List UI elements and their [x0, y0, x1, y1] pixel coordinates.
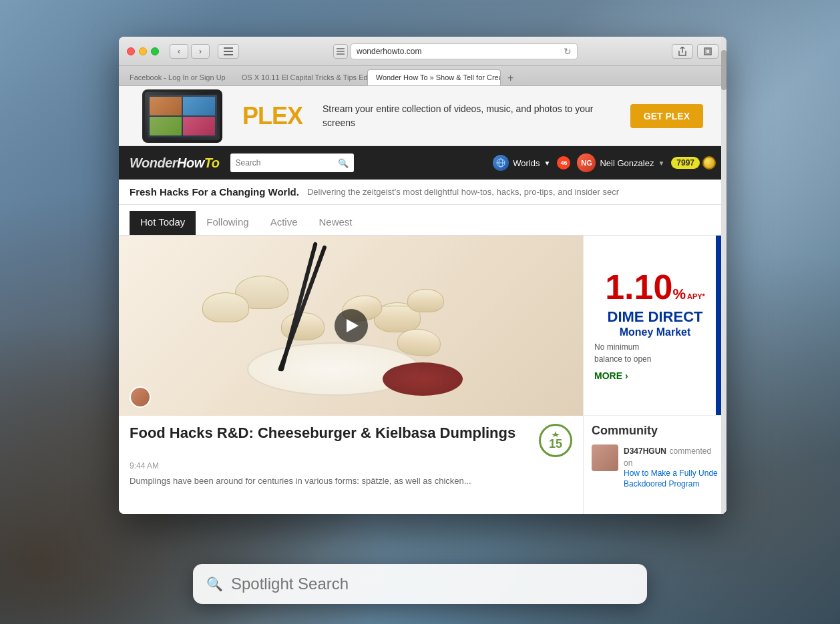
svg-rect-0	[224, 47, 233, 49]
community-username[interactable]: D347HGUN	[624, 446, 666, 456]
site-header: WonderHowTo 🔍 Worlds ▼	[119, 146, 726, 180]
title-bar-actions	[672, 44, 718, 59]
community-text: D347HGUN commented on How to Make a Full…	[624, 444, 718, 489]
content-author-avatar	[130, 386, 151, 408]
tagline-text: Delivering the zeitgeist's most delightf…	[307, 187, 619, 197]
content-left: Food Hacks R&D: Cheeseburger & Kielbasa …	[119, 236, 583, 514]
article-area: Food Hacks R&D: Cheeseburger & Kielbasa …	[119, 416, 583, 496]
scrollbar[interactable]	[721, 236, 726, 514]
svg-rect-4	[337, 51, 345, 52]
site-search[interactable]: 🔍	[230, 153, 354, 172]
spotlight-search-icon: 🔍	[206, 576, 223, 592]
rate-number: 1.10	[605, 270, 672, 304]
rate-percent: %	[672, 287, 686, 302]
reload-icon[interactable]: ↻	[564, 46, 572, 57]
header-right: Worlds ▼ 46 NG Neil Gonzalez ▼ 7997	[493, 153, 716, 172]
rate-display: 1.10 % APY*	[605, 270, 705, 304]
sauce-pool	[383, 362, 463, 396]
nav-buttons: ‹ ›	[170, 44, 210, 59]
spotlight-bar: 🔍	[193, 564, 647, 604]
expand-button[interactable]	[697, 44, 718, 59]
community-item: D347HGUN commented on How to Make a Full…	[592, 444, 718, 489]
community-title: Community	[592, 424, 718, 438]
tabs-bar: Facebook - Log In or Sign Up OS X 10.11 …	[119, 66, 726, 86]
svg-rect-2	[224, 54, 233, 55]
tab-wonderhowto[interactable]: Wonder How To » Show & Tell for Creators…	[367, 69, 501, 85]
get-plex-button[interactable]: GET PLEX	[630, 104, 703, 128]
worlds-chevron-icon: ▼	[544, 160, 551, 167]
maximize-button[interactable]	[151, 47, 159, 55]
spotlight-input[interactable]	[231, 575, 634, 593]
community-post-link[interactable]: How to Make a Fully Unde Backdoored Prog…	[624, 469, 718, 489]
main-content: Food Hacks R&D: Cheeseburger & Kielbasa …	[119, 236, 726, 514]
ad-banner: PLEX Stream your entire collection of vi…	[119, 86, 726, 146]
forward-button[interactable]: ›	[191, 44, 210, 59]
nav-tabs: Hot Today Following Active Newest	[119, 205, 726, 236]
notification-badge: 46	[557, 156, 570, 170]
article-title[interactable]: Food Hacks R&D: Cheeseburger & Kielbasa …	[130, 424, 515, 443]
sidebar-button[interactable]	[218, 44, 239, 59]
dime-more-button[interactable]: MORE ›	[594, 370, 716, 381]
tab-active[interactable]: Active	[260, 211, 308, 235]
ad-plex-logo: PLEX	[242, 102, 302, 130]
svg-rect-7	[706, 49, 710, 53]
url-text: wonderhowto.com	[357, 47, 421, 56]
dime-desc: No minimum balance to open	[594, 341, 716, 365]
tab-facebook[interactable]: Facebook - Log In or Sign Up	[122, 69, 234, 85]
hero-image	[119, 236, 583, 416]
tab-hot-today[interactable]: Hot Today	[130, 211, 196, 235]
ad-inner: PLEX Stream your entire collection of vi…	[142, 89, 703, 143]
user-name: Neil Gonzalez	[600, 158, 654, 168]
worlds-globe-icon	[493, 155, 509, 171]
score-badge: 15	[539, 424, 572, 457]
dime-product: Money Market	[608, 326, 703, 338]
community-avatar	[592, 444, 618, 471]
ad-tagline: Stream your entire collection of videos,…	[323, 102, 617, 130]
article-meta: 9:44 AM	[130, 461, 572, 471]
dumpling-5	[407, 289, 444, 312]
svg-rect-5	[337, 53, 345, 55]
spotlight-container: 🔍	[193, 564, 647, 604]
worlds-button[interactable]: Worlds ▼	[493, 155, 550, 171]
user-button[interactable]: NG Neil Gonzalez ▼	[577, 153, 664, 172]
score-number: 15	[549, 437, 562, 451]
traffic-lights	[127, 47, 159, 55]
svg-rect-1	[224, 51, 233, 52]
url-bar[interactable]: wonderhowto.com ↻	[351, 43, 578, 59]
ad-right: 1.10 % APY* DIME DIRECT Money Market No …	[584, 236, 726, 416]
ad-phone-image	[142, 89, 222, 143]
points-container: 7997	[671, 156, 716, 170]
play-triangle-icon	[347, 319, 359, 332]
tagline-bar: Fresh Hacks For a Changing World. Delive…	[119, 180, 726, 205]
minimize-button[interactable]	[139, 47, 147, 55]
user-chevron-icon: ▼	[658, 160, 664, 167]
gold-coin-icon	[702, 156, 716, 170]
title-bar: ‹ › wonderhowto.com ↻	[119, 37, 726, 66]
svg-rect-3	[337, 48, 345, 49]
search-icon[interactable]: 🔍	[338, 158, 349, 168]
content-right: 1.10 % APY* DIME DIRECT Money Market No …	[583, 236, 726, 514]
dumpling-7	[202, 292, 249, 322]
tagline-bold: Fresh Hacks For a Changing World.	[130, 186, 299, 198]
user-avatar: NG	[577, 153, 596, 172]
dime-brand: DIME DIRECT Money Market	[608, 308, 703, 339]
url-bar-menu[interactable]	[333, 44, 348, 59]
search-input[interactable]	[236, 158, 338, 168]
points-badge: 7997	[671, 157, 700, 169]
url-bar-container: wonderhowto.com ↻	[250, 43, 661, 59]
article-title-row: Food Hacks R&D: Cheeseburger & Kielbasa …	[130, 424, 572, 457]
worlds-label: Worlds	[513, 158, 540, 168]
community-section: Community D347HGUN commented on How to M…	[584, 416, 726, 497]
new-tab-button[interactable]: +	[503, 71, 518, 85]
article-excerpt: Dumplings have been around for centuries…	[130, 475, 572, 488]
tab-newest[interactable]: Newest	[308, 211, 363, 235]
play-button[interactable]	[335, 309, 368, 342]
close-button[interactable]	[127, 47, 135, 55]
browser-window: ‹ › wonderhowto.com ↻	[119, 37, 726, 514]
share-button[interactable]	[672, 44, 693, 59]
back-button[interactable]: ‹	[170, 44, 188, 59]
community-avatar-image	[592, 444, 618, 471]
tab-following[interactable]: Following	[196, 211, 259, 235]
tab-osx[interactable]: OS X 10.11 El Capital Tricks & Tips Edit…	[234, 69, 367, 85]
site-logo[interactable]: WonderHowTo	[130, 155, 220, 171]
